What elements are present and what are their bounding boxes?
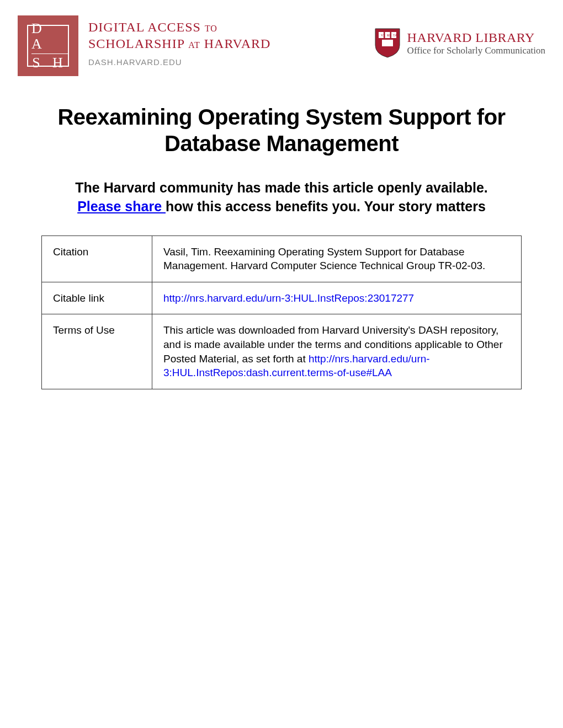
subtitle-part2: how this access benefits you. Your story…: [166, 199, 486, 214]
citable-link-cell: http://nrs.harvard.edu/urn-3:HUL.InstRep…: [152, 282, 522, 314]
harvard-text: HARVARD LIBRARY Office for Scholarly Com…: [407, 30, 545, 56]
svg-text:RI: RI: [387, 34, 390, 37]
citation-label: Citation: [42, 235, 152, 282]
dash-logo-line1: D A: [31, 21, 68, 54]
citation-value: Vasil, Tim. Reexamining Operating System…: [152, 235, 522, 282]
dash-logo-line2: S H: [32, 55, 67, 71]
dash-url: DASH.HARVARD.EDU: [88, 57, 270, 67]
header: D A S H DIGITAL ACCESS TO SCHOLARSHIP AT…: [18, 15, 545, 76]
dash-title-line2: SCHOLARSHIP AT HARVARD: [88, 35, 270, 52]
info-table: Citation Vasil, Tim. Reexamining Operati…: [41, 235, 522, 389]
page-title: Reexamining Operating System Support for…: [18, 104, 545, 157]
harvard-shield-icon: VE RI TAS: [374, 28, 401, 58]
dash-text: DIGITAL ACCESS TO SCHOLARSHIP AT HARVARD…: [88, 15, 270, 67]
table-row: Citation Vasil, Tim. Reexamining Operati…: [42, 235, 522, 282]
svg-text:VE: VE: [381, 34, 385, 37]
citable-link-label: Citable link: [42, 282, 152, 314]
dash-logo-inner: D A S H: [27, 25, 69, 67]
dash-logo: D A S H: [18, 15, 78, 76]
citable-link[interactable]: http://nrs.harvard.edu/urn-3:HUL.InstRep…: [163, 292, 414, 304]
harvard-title: HARVARD LIBRARY: [407, 30, 545, 45]
dash-block: D A S H DIGITAL ACCESS TO SCHOLARSHIP AT…: [18, 15, 270, 76]
table-row: Citable link http://nrs.harvard.edu/urn-…: [42, 282, 522, 314]
terms-cell: This article was downloaded from Harvard…: [152, 314, 522, 389]
svg-rect-3: [382, 40, 393, 46]
table-row: Terms of Use This article was downloaded…: [42, 314, 522, 389]
harvard-library-block: VE RI TAS HARVARD LIBRARY Office for Sch…: [374, 15, 545, 58]
terms-label: Terms of Use: [42, 314, 152, 389]
svg-text:TAS: TAS: [393, 34, 399, 37]
dash-title-line1: DIGITAL ACCESS TO: [88, 19, 270, 35]
please-share-link[interactable]: Please share: [77, 199, 166, 214]
harvard-subtitle: Office for Scholarly Communication: [407, 45, 545, 56]
subtitle-block: The Harvard community has made this arti…: [72, 179, 491, 216]
subtitle-part1: The Harvard community has made this arti…: [75, 180, 488, 195]
